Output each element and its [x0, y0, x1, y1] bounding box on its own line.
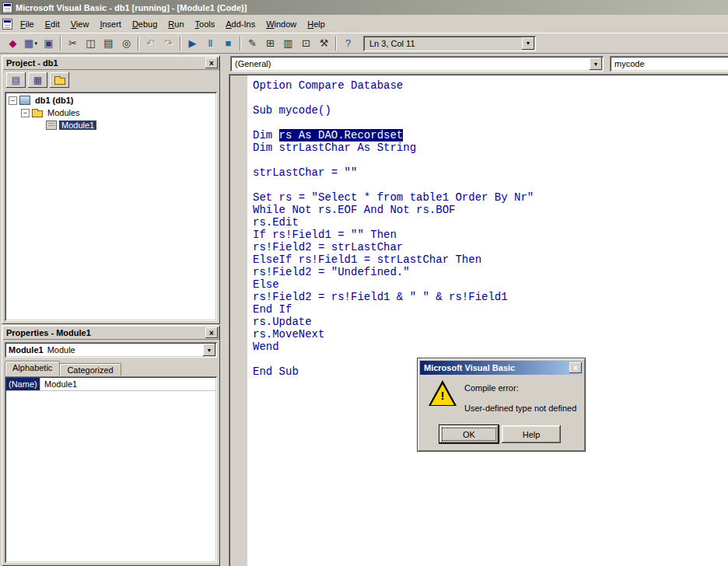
- toolbox-button[interactable]: ⚒: [315, 35, 333, 52]
- view-access-button[interactable]: ◆: [4, 35, 22, 52]
- save-button[interactable]: ▣: [40, 35, 58, 52]
- menu-view[interactable]: View: [65, 16, 95, 31]
- procedure-combo-value: mycode: [610, 59, 728, 68]
- properties-panel: Properties - Module1 × Module1 Module ▼ …: [2, 325, 220, 566]
- tree-item-module1[interactable]: Module1: [6, 119, 217, 131]
- copy-icon: ◫: [86, 38, 95, 48]
- chevron-down-icon[interactable]: ▼: [590, 58, 602, 70]
- help-button[interactable]: ?: [339, 35, 357, 52]
- design-mode-icon: ✎: [248, 38, 257, 48]
- menu-file[interactable]: File: [15, 16, 40, 31]
- code-line: If rs!Field1 = "" Then: [253, 229, 728, 241]
- menu-edit[interactable]: Edit: [40, 16, 65, 31]
- code-editor[interactable]: Option Compare Database Sub mycode() Dim…: [229, 74, 728, 566]
- dialog-title-bar: Microsoft Visual Basic ×: [420, 361, 583, 375]
- code-line: Sub mycode(): [253, 104, 728, 117]
- close-icon[interactable]: ×: [205, 327, 218, 338]
- tree-item-modules[interactable]: −Modules: [6, 107, 217, 119]
- procedure-combo[interactable]: mycode ▼: [610, 56, 728, 72]
- ok-button[interactable]: OK: [439, 425, 499, 443]
- undo-button[interactable]: ↶: [142, 35, 159, 52]
- code-line: [253, 154, 728, 166]
- project-icon: [19, 96, 30, 105]
- object-combo[interactable]: (General) ▼: [230, 56, 604, 72]
- window-title: Microsoft Visual Basic - db1 [running] -…: [16, 3, 247, 12]
- main-toolbar: ◆▦▾▣✂◫▤◎↶↷▶Ⅱ■✎⊞▥⊡⚒? Ln 3, Col 11 ▼: [0, 33, 728, 54]
- code-line: Set rs = "Select * from table1 Order By …: [253, 191, 728, 204]
- tree-item-db1[interactable]: −db1 (db1): [6, 94, 217, 107]
- code-line: strLastChar = "": [253, 166, 728, 179]
- cut-button[interactable]: ✂: [64, 35, 82, 52]
- menu-run[interactable]: Run: [163, 16, 189, 31]
- menu-items: FileEditViewInsertDebugRunToolsAdd-InsWi…: [15, 16, 331, 31]
- title-bar: Microsoft Visual Basic - db1 [running] -…: [0, 0, 728, 15]
- property-name-cell[interactable]: (Name): [6, 378, 40, 390]
- tab-alphabetic[interactable]: Alphabetic: [5, 361, 60, 376]
- break-button[interactable]: Ⅱ: [201, 35, 219, 52]
- break-icon: Ⅱ: [208, 38, 212, 48]
- find-button[interactable]: ◎: [117, 35, 135, 52]
- menu-debug[interactable]: Debug: [127, 16, 163, 31]
- paste-button[interactable]: ▤: [100, 35, 117, 52]
- project-panel-header: Project - db1 ×: [2, 56, 219, 70]
- run-button[interactable]: ▶: [184, 35, 201, 52]
- object-browser-button[interactable]: ⊡: [297, 35, 315, 52]
- position-indicator[interactable]: Ln 3, Col 11 ▼: [363, 36, 536, 51]
- dialog-message-line2: User-defined type not defined: [464, 404, 576, 413]
- properties-window-button[interactable]: ▥: [279, 35, 297, 52]
- insert-module-button[interactable]: ▦▾: [22, 35, 40, 52]
- menu-add-ins[interactable]: Add-Ins: [220, 16, 261, 31]
- toggle-folders-button[interactable]: [50, 72, 69, 88]
- redo-button[interactable]: ↷: [159, 35, 177, 52]
- tab-categorized[interactable]: Categorized: [59, 363, 121, 376]
- dialog-message-line1: Compile error:: [464, 383, 519, 393]
- menu-tools[interactable]: Tools: [190, 16, 221, 31]
- design-mode-button[interactable]: ✎: [243, 35, 261, 52]
- code-lines[interactable]: Option Compare Database Sub mycode() Dim…: [247, 75, 728, 566]
- folder-icon: [54, 78, 65, 85]
- menu-help[interactable]: Help: [302, 16, 331, 31]
- toolbar-separator: [180, 37, 181, 51]
- toolbar-separator: [240, 37, 241, 51]
- module-icon: [46, 121, 57, 130]
- help-button[interactable]: Help: [502, 425, 561, 443]
- code-line: rs!Field2 = rs!Field1 & " " & rs!Field1: [253, 291, 728, 303]
- code-line: Wend: [253, 341, 728, 353]
- cut-icon: ✂: [68, 38, 77, 48]
- view-code-button[interactable]: ▤: [6, 72, 26, 88]
- close-icon[interactable]: ×: [569, 362, 582, 373]
- code-line: [253, 179, 728, 191]
- view-object-button[interactable]: ▦: [28, 72, 47, 88]
- help-button-label: Help: [523, 430, 541, 439]
- project-explorer-button[interactable]: ⊞: [261, 35, 279, 52]
- property-row[interactable]: (Name) Module1: [6, 378, 215, 391]
- project-tree[interactable]: −db1 (db1)−ModulesModule1: [5, 92, 217, 321]
- tree-label: Modules: [45, 108, 82, 117]
- object-name: Module1: [9, 345, 44, 355]
- property-value-cell[interactable]: Module1: [40, 378, 215, 390]
- reset-icon: ■: [226, 38, 232, 48]
- close-icon[interactable]: ×: [205, 58, 218, 68]
- code-line: rs.Edit: [253, 216, 728, 229]
- project-explorer-panel: Project - db1 × ▤▦ −db1 (db1)−ModulesMod…: [2, 55, 220, 324]
- copy-button[interactable]: ◫: [82, 35, 100, 52]
- view-object-icon: ▦: [33, 75, 42, 86]
- properties-panel-header: Properties - Module1 ×: [2, 326, 219, 340]
- code-line: Else: [253, 278, 728, 291]
- chevron-down-icon[interactable]: ▼: [522, 37, 534, 50]
- menu-window[interactable]: Window: [261, 16, 302, 31]
- insert-module-icon: ▦: [24, 38, 33, 48]
- code-line: [253, 92, 728, 104]
- code-line: rs.Update: [253, 316, 728, 328]
- menu-bar: FileEditViewInsertDebugRunToolsAdd-InsWi…: [0, 15, 728, 33]
- chevron-down-icon[interactable]: ▼: [203, 344, 215, 356]
- selected-text: rs As DAO.Recordset: [279, 129, 404, 142]
- menu-insert[interactable]: Insert: [94, 16, 127, 31]
- tree-expander[interactable]: −: [21, 109, 30, 117]
- object-selector-combo[interactable]: Module1 Module ▼: [5, 342, 217, 358]
- reset-button[interactable]: ■: [219, 35, 237, 52]
- code-line: Dim rs As DAO.Recordset: [253, 129, 728, 142]
- tree-expander[interactable]: −: [9, 96, 17, 105]
- save-icon: ▣: [44, 38, 53, 48]
- mdi-child-icon[interactable]: [2, 19, 12, 30]
